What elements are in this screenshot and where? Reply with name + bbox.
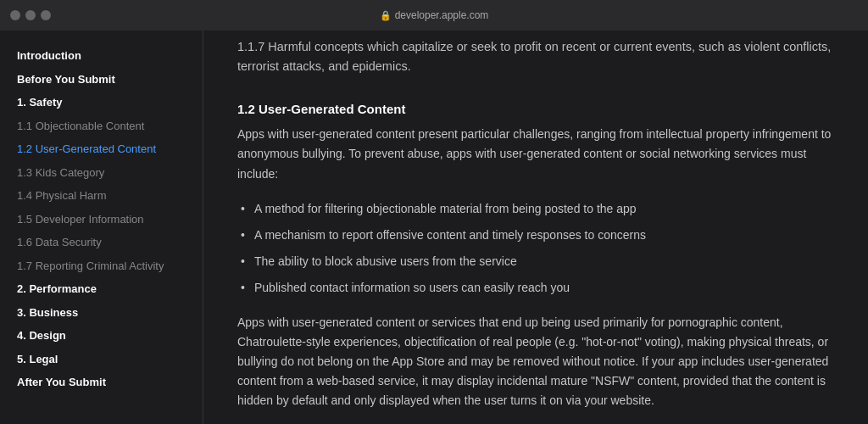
url-bar: 🔒 developer.apple.com (380, 9, 489, 21)
close-button[interactable] (10, 10, 20, 20)
partial-top-text: 1.1.7 Harmful concepts which capitalize … (237, 31, 834, 86)
sidebar-item-design[interactable]: 4. Design (17, 324, 203, 348)
lock-icon: 🔒 (380, 10, 392, 21)
sidebar-item-kids-category[interactable]: 1.3 Kids Category (17, 161, 203, 185)
sidebar-item-before-you-submit[interactable]: Before You Submit (17, 68, 203, 92)
sidebar-item-business[interactable]: 3. Business (17, 301, 203, 325)
title-bar: 🔒 developer.apple.com (0, 0, 868, 31)
sidebar-item-physical-harm[interactable]: 1.4 Physical Harm (17, 184, 203, 208)
body-text: Apps with user-generated content or serv… (237, 313, 834, 410)
bullet-list: A method for filtering objectionable mat… (237, 196, 834, 301)
bullet-item-3: The ability to block abusive users from … (237, 248, 834, 275)
sidebar-item-data-security[interactable]: 1.6 Data Security (17, 231, 203, 254)
sidebar-item-developer-information[interactable]: 1.5 Developer Information (17, 208, 203, 232)
sidebar-item-safety[interactable]: 1. Safety (17, 91, 203, 114)
bullet-item-2: A mechanism to report offensive content … (237, 222, 834, 248)
sidebar: Introduction Before You Submit 1. Safety… (0, 31, 203, 424)
sidebar-item-user-generated-content[interactable]: 1.2 User-Generated Content (17, 137, 203, 161)
minimize-button[interactable] (25, 10, 36, 20)
sidebar-item-performance[interactable]: 2. Performance (17, 277, 203, 301)
maximize-button[interactable] (41, 10, 51, 20)
sidebar-item-introduction[interactable]: Introduction (17, 44, 203, 68)
sidebar-item-after-you-submit[interactable]: After You Submit (17, 371, 203, 394)
traffic-lights (10, 10, 51, 20)
intro-text: Apps with user-generated content present… (237, 125, 834, 183)
main-container: Introduction Before You Submit 1. Safety… (0, 31, 868, 424)
sidebar-item-objectionable-content[interactable]: 1.1 Objectionable Content (17, 114, 203, 138)
content-area: 1.1.7 Harmful concepts which capitalize … (203, 31, 868, 424)
sidebar-item-legal[interactable]: 5. Legal (17, 348, 203, 371)
section-title: 1.2 User-Generated Content (237, 102, 834, 116)
bullet-item-1: A method for filtering objectionable mat… (237, 196, 834, 222)
bullet-item-4: Published contact information so users c… (237, 275, 834, 301)
url-text: developer.apple.com (395, 9, 489, 21)
sidebar-item-reporting-criminal[interactable]: 1.7 Reporting Criminal Activity (17, 254, 203, 278)
